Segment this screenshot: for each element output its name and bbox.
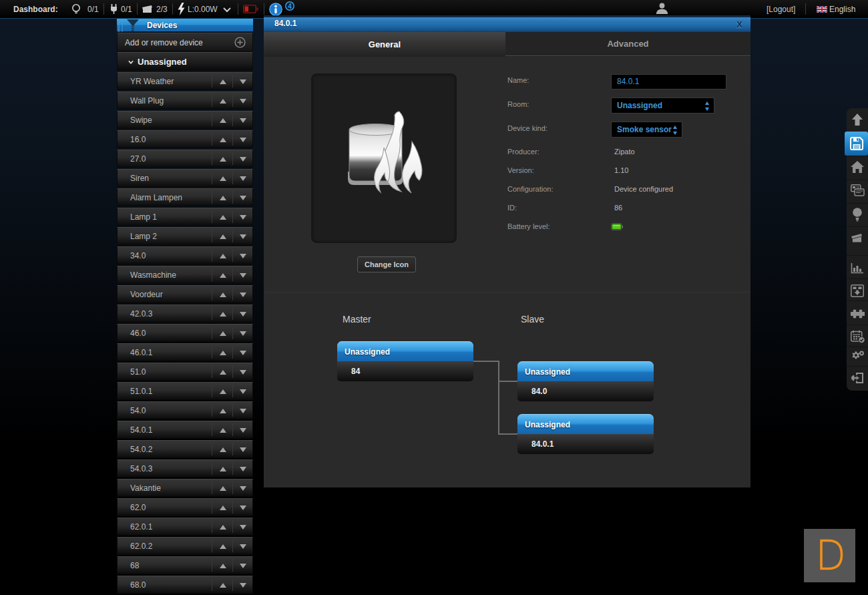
svg-text:4: 4	[288, 3, 292, 10]
